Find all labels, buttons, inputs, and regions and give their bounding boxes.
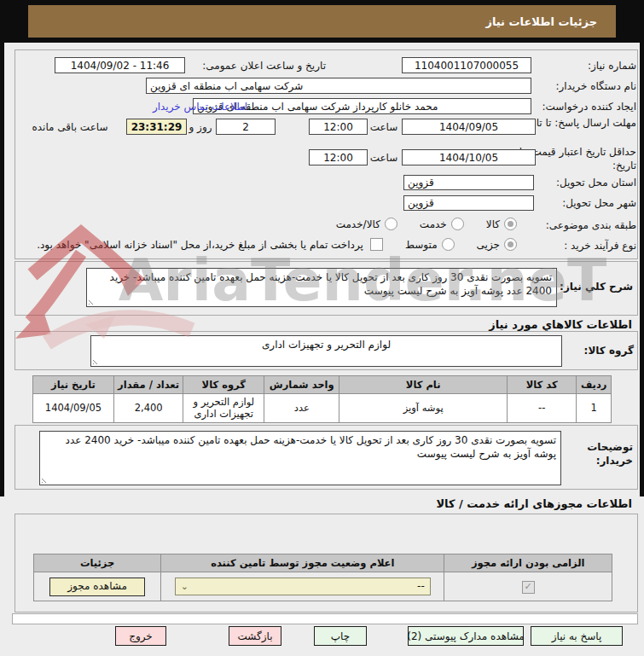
announce-datetime-field[interactable]: 11:46 - 1404/09/02	[55, 57, 185, 73]
radio-icon[interactable]	[504, 218, 517, 230]
goods-table: ردیف کد کالا نام کالا واحد شمارش گروه کا…	[32, 375, 612, 423]
radio-label: کالا/خدمت	[336, 218, 380, 230]
process-type-radio-group: جزیی متوسط پرداخت تمام یا بخشی از مبلغ خ…	[22, 238, 517, 251]
goods-group-groupbox: گروه کالا: لوازم التحریر و تجهیزات اداری	[15, 331, 638, 370]
back-button[interactable]: بازگشت	[229, 626, 281, 646]
licenses-table-row: ✓ -- ⌄ مشاهده مجوز	[34, 572, 612, 601]
subject-class-label: طبقه بندی موضوعی:	[517, 219, 636, 233]
cell-goods-name: پوشه آویز	[339, 394, 508, 423]
col-header-details: جزئیات	[34, 554, 161, 572]
delivery-province-label: استان محل تحویل:	[517, 177, 636, 190]
radio-label: کالا	[486, 218, 500, 230]
subject-class-radio-group: کالا خدمت کالا/خدمت	[290, 218, 517, 230]
goods-section-header: اطلاعات کالاهاي مورد نیاز	[376, 318, 632, 331]
col-header-unit: واحد شمارش	[264, 376, 339, 394]
page-title: جزئیات اطلاعات نیاز	[28, 5, 616, 38]
cell-license-status: -- ⌄	[161, 572, 444, 601]
radio-option-goods[interactable]: کالا	[486, 218, 517, 230]
goods-table-row: 1 -- پوشه آویز عدد لوازم التحریر و تجهیز…	[33, 394, 612, 423]
col-header-license-mandatory: الزامی بودن ارائه مجوز	[444, 554, 612, 572]
delivery-city-field[interactable]: قزوین	[403, 195, 534, 211]
license-status-select[interactable]: -- ⌄	[175, 578, 431, 595]
radio-label: خدمت	[420, 218, 447, 230]
process-type-label: نوع فرآیند خرید :	[517, 240, 636, 253]
radio-option-minor[interactable]: جزیی	[477, 238, 517, 251]
remaining-countdown-field: 23:31:29	[126, 119, 187, 135]
cell-goods-code: --	[507, 394, 576, 423]
buyer-org-label: نام دستگاه خریدار:	[517, 80, 636, 94]
request-creator-label: ایجاد کننده درخواست:	[517, 101, 636, 114]
cell-details: مشاهده مجوز	[34, 572, 161, 601]
col-header-goods-group: گروه کالا	[183, 376, 264, 394]
col-header-row-index: ردیف	[577, 376, 612, 394]
announce-datetime-label: تاریخ و ساعت اعلان عمومی:	[184, 60, 326, 73]
goods-table-header-row: ردیف کد کالا نام کالا واحد شمارش گروه کا…	[33, 376, 612, 394]
col-header-quantity: تعداد / مقدار	[113, 376, 183, 394]
need-number-field[interactable]: 1104001107000055	[402, 57, 531, 73]
status-strip	[12, 613, 638, 624]
cell-license-mandatory: ✓	[444, 572, 612, 601]
print-button[interactable]: چاپ	[314, 626, 367, 646]
radio-icon[interactable]	[504, 238, 517, 251]
licenses-groupbox: الزامی بودن ارائه مجوز اعلام وضعیت مجوز …	[15, 514, 638, 612]
response-deadline-date-field[interactable]: 1404/09/05	[402, 119, 536, 135]
price-validity-date-field[interactable]: 1404/10/05	[402, 149, 536, 165]
col-header-goods-name: نام کالا	[339, 376, 508, 394]
chevron-down-icon: ⌄	[181, 582, 189, 591]
licenses-table-header-row: الزامی بودن ارائه مجوز اعلام وضعیت مجوز …	[34, 554, 612, 572]
treasury-checkbox-option[interactable]: پرداخت تمام یا بخشی از مبلغ خرید،از محل …	[37, 238, 383, 251]
response-deadline-time-field[interactable]: 12:00	[309, 119, 368, 135]
col-header-need-date: تاریخ نیاز	[33, 376, 114, 394]
need-description-label: شرح کلي نیاز:	[551, 281, 633, 294]
response-deadline-hour-label: ساعت	[368, 121, 399, 135]
radio-option-service[interactable]: خدمت	[420, 218, 464, 230]
view-attached-documents-button[interactable]: مشاهده مدارک پیوستی (2)	[408, 626, 524, 646]
cell-need-date: 1404/09/05	[33, 394, 114, 423]
delivery-city-label: شهر محل تحویل:	[517, 197, 636, 211]
cell-goods-group: لوازم التحریر و تجهیزات اداری	[183, 394, 264, 423]
treasury-checkbox-label: پرداخت تمام یا بخشی از مبلغ خرید،از محل …	[37, 239, 363, 251]
license-status-value: --	[417, 580, 425, 593]
cell-quantity: 2,400	[113, 394, 183, 423]
remaining-days-label: روز و	[187, 121, 214, 135]
goods-group-label: گروه کالا:	[564, 345, 634, 358]
radio-label: جزیی	[477, 239, 500, 251]
radio-option-goods-service[interactable]: کالا/خدمت	[336, 218, 397, 230]
respond-to-need-button[interactable]: پاسخ به نیاز	[531, 626, 623, 646]
licenses-section-header: اطلاعات مجوزهای ارائه خدمت / کالا	[334, 497, 632, 510]
remaining-suffix-label: ساعت باقی مانده	[15, 121, 125, 135]
buyer-org-field[interactable]: شرکت سهامی اب منطقه ای قزوین	[146, 78, 531, 94]
buyer-contact-link[interactable]: اطلاعات تماس خریدار	[144, 101, 256, 113]
mandatory-license-checkbox[interactable]: ✓	[522, 581, 535, 594]
buyer-notes-groupbox: توضیحات خریدار: تسویه بصورت نقدی 30 روز …	[15, 425, 638, 490]
exit-button[interactable]: خروج	[115, 626, 166, 646]
buyer-notes-textarea[interactable]: تسویه بصورت نقدی 30 روز کاری بعد از تحوی…	[39, 431, 561, 485]
radio-label: متوسط	[405, 239, 438, 251]
delivery-province-field[interactable]: قزوین	[403, 175, 534, 190]
radio-icon[interactable]	[385, 218, 397, 230]
col-header-license-status: اعلام وضعیت مجوز توسط تامین کننده	[161, 554, 444, 572]
price-validity-hour-label: ساعت	[368, 152, 399, 165]
buyer-notes-label: توضیحات خریدار:	[568, 441, 633, 467]
remaining-days-field[interactable]: 2	[216, 119, 276, 135]
price-validity-time-field[interactable]: 12:00	[309, 149, 368, 165]
need-number-label: شماره نیاز:	[517, 60, 636, 73]
goods-group-textarea[interactable]: لوازم التحریر و تجهیزات اداری	[90, 335, 562, 367]
cell-unit: عدد	[264, 394, 339, 423]
radio-option-medium[interactable]: متوسط	[405, 238, 455, 251]
licenses-table: الزامی بودن ارائه مجوز اعلام وضعیت مجوز …	[33, 554, 612, 601]
need-description-textarea[interactable]: تسویه بصورت نقدی 30 روز کاری بعد از تحوی…	[86, 268, 557, 307]
window-frame-left	[0, 43, 4, 496]
view-license-button[interactable]: مشاهده مجوز	[49, 578, 145, 596]
checkbox-icon[interactable]	[370, 238, 383, 251]
window-frame-right	[640, 43, 644, 496]
radio-icon[interactable]	[442, 238, 455, 251]
cell-row-index: 1	[577, 394, 612, 423]
need-info-groupbox: شماره نیاز: 1104001107000055 تاریخ و ساع…	[15, 49, 638, 259]
radio-icon[interactable]	[451, 218, 464, 230]
col-header-goods-code: کد کالا	[507, 376, 576, 394]
need-description-groupbox: شرح کلي نیاز: تسویه بصورت نقدی 30 روز کا…	[15, 261, 638, 316]
